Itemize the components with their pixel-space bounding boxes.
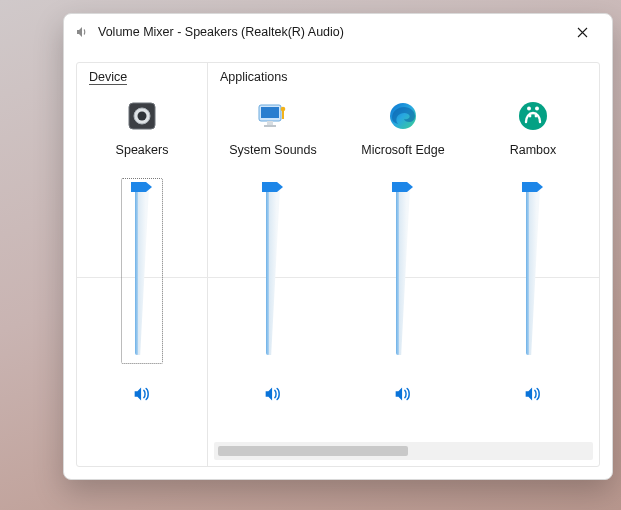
slider-thumb[interactable] (522, 181, 544, 193)
device-section-label: Device (77, 63, 207, 87)
svg-rect-7 (267, 121, 273, 125)
svg-rect-8 (264, 125, 276, 127)
volume-icon (522, 383, 544, 405)
speaker-device-icon[interactable] (125, 93, 159, 139)
system-sounds-icon[interactable] (255, 93, 291, 139)
svg-point-15 (529, 115, 532, 118)
window-title: Volume Mixer - Speakers (Realtek(R) Audi… (98, 25, 344, 39)
close-button[interactable] (560, 17, 604, 47)
slider-track (396, 187, 410, 355)
app-mute-button[interactable] (513, 379, 553, 409)
svg-point-3 (138, 112, 147, 121)
desktop-background: Volume Mixer - Speakers (Realtek(R) Audi… (0, 0, 621, 510)
volume-icon (392, 383, 414, 405)
applications-section: Applications (208, 63, 599, 466)
device-volume-slider[interactable] (122, 179, 162, 363)
app-mute-button[interactable] (253, 379, 293, 409)
volume-icon (262, 383, 284, 405)
device-item: Speakers (77, 87, 207, 409)
app-item-rambox: Rambox (468, 87, 598, 442)
applications-row: System Sounds (208, 87, 599, 442)
svg-rect-6 (261, 107, 279, 118)
volume-mixer-window: Volume Mixer - Speakers (Realtek(R) Audi… (63, 13, 613, 480)
app-volume-slider[interactable] (253, 179, 293, 363)
app-volume-slider[interactable] (513, 179, 553, 363)
slider-track (135, 187, 149, 355)
volume-icon (131, 383, 153, 405)
slider-track (526, 187, 540, 355)
titlebar: Volume Mixer - Speakers (Realtek(R) Audi… (64, 14, 612, 50)
mixer-body: Device Speakers (76, 62, 600, 467)
scrollbar-thumb[interactable] (218, 446, 408, 456)
device-section: Device Speakers (77, 63, 208, 466)
slider-track (266, 187, 280, 355)
app-label: System Sounds (229, 143, 317, 161)
svg-point-14 (535, 107, 539, 111)
device-label: Speakers (116, 143, 169, 161)
app-label: Rambox (510, 143, 557, 161)
device-mute-button[interactable] (122, 379, 162, 409)
slider-thumb[interactable] (131, 181, 153, 193)
svg-point-13 (527, 107, 531, 111)
edge-icon[interactable] (386, 93, 420, 139)
slider-thumb[interactable] (262, 181, 284, 193)
app-item-microsoft-edge: Microsoft Edge (338, 87, 468, 442)
svg-point-9 (281, 107, 286, 112)
applications-scrollbar[interactable] (214, 442, 593, 460)
app-label: Microsoft Edge (361, 143, 444, 161)
rambox-icon[interactable] (517, 93, 549, 139)
svg-point-12 (519, 102, 547, 130)
app-mute-button[interactable] (383, 379, 423, 409)
slider-thumb[interactable] (392, 181, 414, 193)
svg-rect-10 (282, 111, 284, 119)
applications-section-label: Applications (208, 63, 599, 87)
svg-point-16 (535, 115, 538, 118)
app-volume-slider[interactable] (383, 179, 423, 363)
close-icon (577, 27, 588, 38)
speaker-title-icon (74, 24, 90, 40)
app-item-system-sounds: System Sounds (208, 87, 338, 442)
device-section-label-text: Device (89, 70, 127, 85)
